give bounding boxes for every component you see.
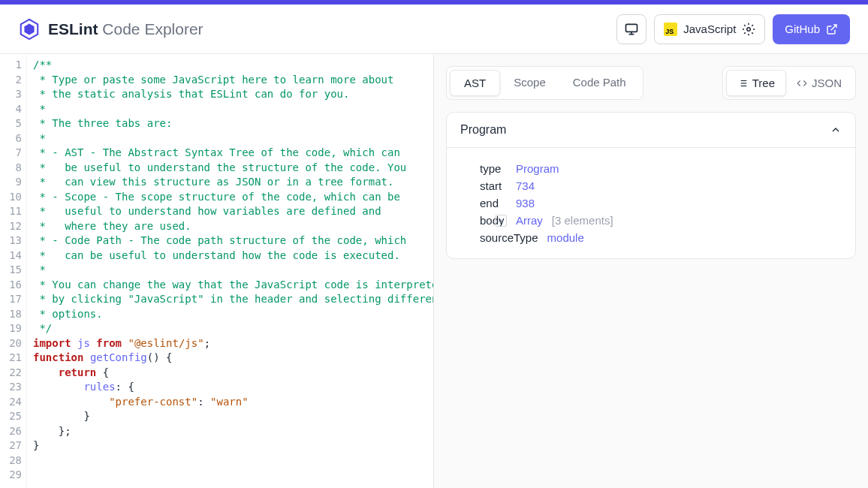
line-gutter: 1234567891011121314151617181920212223242… xyxy=(0,54,27,488)
tab-scope[interactable]: Scope xyxy=(500,70,559,96)
ast-prop-value: module xyxy=(547,231,584,244)
logo-text: ESLint Code Explorer xyxy=(48,20,203,38)
code-editor[interactable]: 1234567891011121314151617181920212223242… xyxy=(0,54,434,488)
ast-panel-body: typeProgramstart734end938+bodyArray[3 el… xyxy=(447,148,855,258)
code-line: import js from "@eslint/js"; xyxy=(33,336,427,351)
theme-toggle-button[interactable] xyxy=(616,14,646,44)
line-number: 10 xyxy=(0,190,22,205)
line-number: 27 xyxy=(0,438,22,453)
logo-area: ESLint Code Explorer xyxy=(18,18,203,41)
language-selector-button[interactable]: JS JavaScript xyxy=(654,14,765,44)
brand-bold: ESLint xyxy=(48,20,98,38)
view-json[interactable]: JSON xyxy=(786,70,852,96)
external-link-icon xyxy=(826,23,838,35)
line-number: 21 xyxy=(0,351,22,366)
ast-prop-row: start734 xyxy=(480,177,842,194)
line-number: 17 xyxy=(0,292,22,307)
ast-panel: Program typeProgramstart734end938+bodyAr… xyxy=(446,112,856,259)
ast-prop-value: 938 xyxy=(516,197,535,209)
eslint-logo-icon xyxy=(18,18,41,41)
tab-code-path[interactable]: Code Path xyxy=(559,70,640,96)
line-number: 24 xyxy=(0,395,22,410)
line-number: 1 xyxy=(0,58,22,73)
line-number: 19 xyxy=(0,321,22,336)
ast-prop-value: Program xyxy=(516,162,559,175)
header: ESLint Code Explorer JS JavaScript GitHu… xyxy=(0,5,868,54)
code-area[interactable]: /** * Type or paste some JavaScript here… xyxy=(27,54,433,488)
line-number: 18 xyxy=(0,307,22,322)
tabs-row: ASTScopeCode Path TreeJSON xyxy=(446,66,856,100)
line-number: 22 xyxy=(0,366,22,381)
ast-prop-value: Array xyxy=(516,214,543,227)
code-line: } xyxy=(33,409,427,424)
monitor-icon xyxy=(624,22,639,37)
code-line: * Type or paste some JavaScript here to … xyxy=(33,73,427,88)
code-line: * xyxy=(33,131,427,146)
line-number: 28 xyxy=(0,453,22,468)
ast-panel-header[interactable]: Program xyxy=(447,113,855,148)
code-line: function getConfig() { xyxy=(33,351,427,366)
ast-panel-title: Program xyxy=(460,123,506,137)
line-number: 3 xyxy=(0,87,22,102)
line-number: 8 xyxy=(0,161,22,176)
main-content: 1234567891011121314151617181920212223242… xyxy=(0,54,868,488)
line-number: 20 xyxy=(0,336,22,351)
code-line: * useful to understand how variables are… xyxy=(33,204,427,219)
code-line: return { xyxy=(33,366,427,381)
code-line: * be useful to understand the structure … xyxy=(33,161,427,176)
ast-prop-row: sourceTypemodule xyxy=(480,229,842,246)
github-button[interactable]: GitHub xyxy=(773,14,850,44)
code-line: * - AST - The Abstract Syntax Tree of th… xyxy=(33,146,427,161)
svg-marker-1 xyxy=(24,23,34,35)
brand-light: Code Explorer xyxy=(102,20,203,38)
language-label: JavaScript xyxy=(683,23,736,35)
line-number: 23 xyxy=(0,380,22,395)
line-number: 25 xyxy=(0,409,22,424)
line-number: 2 xyxy=(0,73,22,88)
tab-ast[interactable]: AST xyxy=(450,70,500,96)
code-line: */ xyxy=(33,321,427,336)
chevron-up-icon xyxy=(830,124,842,136)
view-toggle: TreeJSON xyxy=(722,66,856,100)
code-line: * - Scope - The scope structure of the c… xyxy=(33,190,427,205)
line-number: 26 xyxy=(0,424,22,439)
analysis-tabs: ASTScopeCode Path xyxy=(446,66,643,100)
ast-prop-row: end938 xyxy=(480,194,842,212)
list-icon xyxy=(737,78,748,89)
code-line: * where they are used. xyxy=(33,219,427,234)
line-number: 7 xyxy=(0,146,22,161)
code-line: "prefer-const": "warn" xyxy=(33,395,427,410)
ast-prop-key: sourceType xyxy=(480,231,538,244)
code-line: * - Code Path - The code path structure … xyxy=(33,233,427,249)
line-number: 5 xyxy=(0,116,22,131)
line-number: 9 xyxy=(0,175,22,190)
right-panel: ASTScopeCode Path TreeJSON Program typeP… xyxy=(434,54,868,488)
gear-icon xyxy=(742,23,755,36)
line-number: 11 xyxy=(0,204,22,219)
line-number: 15 xyxy=(0,263,22,278)
header-right: JS JavaScript GitHub xyxy=(616,14,850,44)
code-line: }; xyxy=(33,424,427,439)
code-icon xyxy=(797,78,807,89)
code-line: * The three tabs are: xyxy=(33,116,427,131)
ast-prop-value: 734 xyxy=(516,179,535,192)
code-line: * by clicking "JavaScript" in the header… xyxy=(33,292,427,307)
expand-icon[interactable]: + xyxy=(495,215,507,227)
line-number: 4 xyxy=(0,102,22,117)
line-number: 16 xyxy=(0,278,22,293)
code-line: * xyxy=(33,263,427,278)
svg-rect-2 xyxy=(626,24,637,32)
code-line: * the static analysis that ESLint can do… xyxy=(33,87,427,102)
js-badge-icon: JS xyxy=(664,23,677,36)
code-line: * can view this structure as JSON or in … xyxy=(33,175,427,190)
view-tree[interactable]: Tree xyxy=(726,70,786,96)
ast-prop-key: start xyxy=(480,179,507,192)
code-line: * options. xyxy=(33,307,427,322)
code-line: } xyxy=(33,438,427,453)
line-number: 13 xyxy=(0,233,22,249)
code-line: /** xyxy=(33,58,427,73)
code-line: * You can change the way that the JavaSc… xyxy=(33,278,427,293)
line-number: 12 xyxy=(0,219,22,234)
code-line: rules: { xyxy=(33,380,427,395)
line-number: 29 xyxy=(0,468,22,483)
